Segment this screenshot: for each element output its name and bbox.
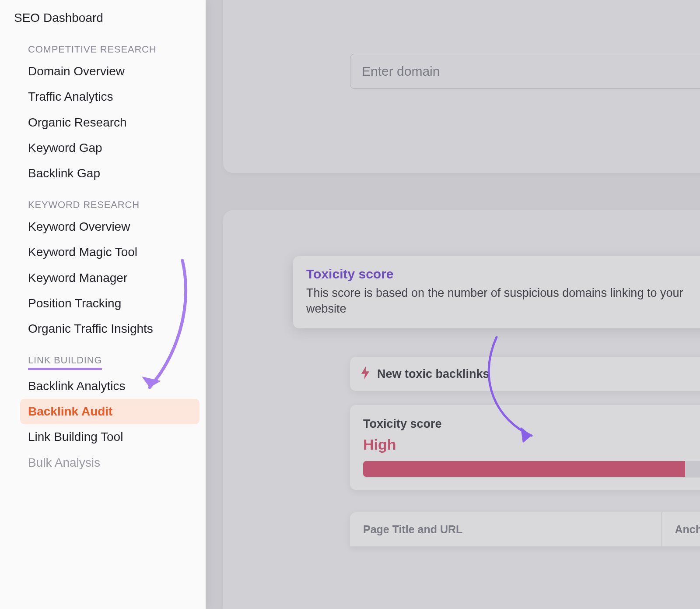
sidebar-item-organic-traffic-insights[interactable]: Organic Traffic Insights	[14, 316, 206, 341]
sidebar-item-domain-overview[interactable]: Domain Overview	[14, 59, 206, 84]
sidebar-item-keyword-gap[interactable]: Keyword Gap	[14, 135, 206, 161]
toxicity-tooltip-title: Toxicity score	[306, 267, 700, 282]
sidebar-item-organic-research[interactable]: Organic Research	[14, 110, 206, 135]
domain-input[interactable]: Enter domain	[350, 54, 700, 89]
bolt-icon	[360, 366, 370, 382]
table-col-page-title-url[interactable]: Page Title and URL	[363, 523, 462, 536]
new-toxic-backlinks-label: New toxic backlinks	[377, 367, 490, 381]
toxicity-tooltip-desc: This score is based on the number of sus…	[306, 285, 700, 317]
sidebar-item-backlink-audit[interactable]: Backlink Audit	[20, 399, 200, 424]
sidebar-item-seo-dashboard[interactable]: SEO Dashboard	[0, 5, 206, 31]
sidebar-item-backlink-analytics[interactable]: Backlink Analytics	[14, 373, 206, 399]
sidebar-section-keyword-research: KEYWORD RESEARCH Keyword Overview Keywor…	[0, 199, 206, 341]
toxicity-score-bar	[363, 461, 700, 477]
toxicity-score-value: High	[363, 436, 700, 453]
toxicity-tooltip: Toxicity score This score is based on th…	[293, 256, 700, 328]
sidebar-item-keyword-overview[interactable]: Keyword Overview	[14, 214, 206, 239]
sidebar-item-backlink-gap[interactable]: Backlink Gap	[14, 161, 206, 186]
audit-detail-card: Toxicity score This score is based on th…	[223, 210, 700, 609]
backlinks-table-header: Page Title and URL Anchor	[350, 512, 700, 546]
domain-search-card: Enter domain	[223, 0, 700, 173]
sidebar-section-link-building: LINK BUILDING Backlink Analytics Backlin…	[0, 355, 206, 475]
new-toxic-backlinks-card[interactable]: New toxic backlinks	[350, 357, 700, 391]
toxicity-score-card: Toxicity score High	[350, 405, 700, 490]
domain-input-placeholder: Enter domain	[362, 64, 440, 79]
table-col-anchor[interactable]: Anchor	[662, 512, 700, 546]
main-content: Enter domain Toxicity score This score i…	[206, 0, 700, 609]
sidebar-item-traffic-analytics[interactable]: Traffic Analytics	[14, 84, 206, 109]
sidebar-item-keyword-magic-tool[interactable]: Keyword Magic Tool	[14, 239, 206, 265]
toxicity-score-label: Toxicity score	[363, 417, 700, 431]
sidebar-section-competitive-research: COMPETITIVE RESEARCH Domain Overview Tra…	[0, 44, 206, 186]
sidebar-heading-keyword-research: KEYWORD RESEARCH	[14, 199, 206, 214]
sidebar: SEO Dashboard COMPETITIVE RESEARCH Domai…	[0, 0, 206, 609]
sidebar-heading-competitive-research: COMPETITIVE RESEARCH	[14, 44, 206, 59]
sidebar-heading-link-building: LINK BUILDING	[14, 355, 206, 373]
sidebar-item-bulk-analysis[interactable]: Bulk Analysis	[14, 450, 206, 475]
sidebar-item-keyword-manager[interactable]: Keyword Manager	[14, 265, 206, 291]
sidebar-item-position-tracking[interactable]: Position Tracking	[14, 291, 206, 316]
sidebar-item-link-building-tool[interactable]: Link Building Tool	[14, 424, 206, 450]
